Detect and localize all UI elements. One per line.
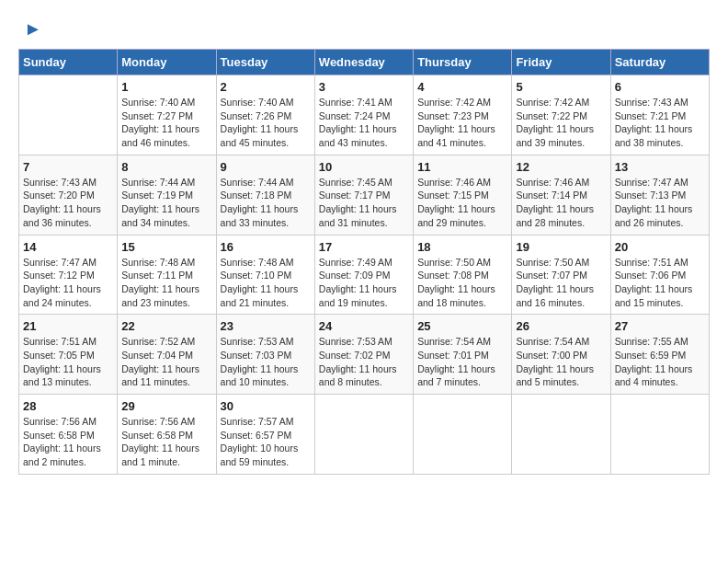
daylight: Daylight: 11 hours and 2 minutes. (23, 442, 101, 467)
day-number: 16 (221, 240, 311, 254)
daylight: Daylight: 11 hours and 24 minutes. (23, 283, 101, 308)
day-cell (314, 395, 413, 475)
day-cell (414, 395, 512, 475)
day-cell: 18 Sunrise: 7:50 AM Sunset: 7:08 PM Dayl… (414, 235, 512, 315)
day-cell: 1 Sunrise: 7:40 AM Sunset: 7:27 PM Dayli… (118, 75, 216, 155)
day-info: Sunrise: 7:40 AM Sunset: 7:27 PM Dayligh… (121, 96, 211, 150)
sunrise: Sunrise: 7:53 AM (319, 336, 392, 347)
daylight: Daylight: 11 hours and 36 minutes. (23, 203, 101, 228)
day-info: Sunrise: 7:48 AM Sunset: 7:11 PM Dayligh… (121, 256, 211, 310)
day-number: 23 (221, 319, 311, 333)
daylight: Daylight: 11 hours and 39 minutes. (516, 123, 594, 148)
sunrise: Sunrise: 7:46 AM (516, 177, 589, 188)
daylight: Daylight: 10 hours and 59 minutes. (221, 442, 299, 467)
sunrise: Sunrise: 7:42 AM (516, 97, 589, 108)
day-number: 17 (319, 240, 409, 254)
daylight: Daylight: 11 hours and 19 minutes. (319, 283, 397, 308)
sunset: Sunset: 7:11 PM (121, 270, 193, 281)
day-cell: 7 Sunrise: 7:43 AM Sunset: 7:20 PM Dayli… (19, 155, 118, 235)
day-cell: 12 Sunrise: 7:46 AM Sunset: 7:14 PM Dayl… (512, 155, 610, 235)
daylight: Daylight: 11 hours and 45 minutes. (221, 123, 299, 148)
day-number: 10 (319, 160, 409, 174)
day-number: 14 (23, 240, 113, 254)
day-number: 21 (23, 319, 113, 333)
day-cell: 25 Sunrise: 7:54 AM Sunset: 7:01 PM Dayl… (414, 315, 512, 395)
daylight: Daylight: 11 hours and 16 minutes. (516, 283, 594, 308)
day-cell: 27 Sunrise: 7:55 AM Sunset: 6:59 PM Dayl… (610, 315, 709, 395)
day-cell: 23 Sunrise: 7:53 AM Sunset: 7:03 PM Dayl… (216, 315, 314, 395)
sunset: Sunset: 6:58 PM (23, 430, 95, 441)
sunrise: Sunrise: 7:50 AM (516, 257, 589, 268)
day-info: Sunrise: 7:42 AM Sunset: 7:23 PM Dayligh… (417, 96, 507, 150)
day-number: 5 (516, 80, 606, 94)
sunrise: Sunrise: 7:53 AM (221, 336, 294, 347)
day-info: Sunrise: 7:47 AM Sunset: 7:13 PM Dayligh… (615, 176, 705, 230)
sunrise: Sunrise: 7:51 AM (615, 257, 688, 268)
day-number: 15 (121, 240, 211, 254)
daylight: Daylight: 11 hours and 31 minutes. (319, 203, 397, 228)
daylight: Daylight: 11 hours and 28 minutes. (516, 203, 594, 228)
sunset: Sunset: 7:21 PM (615, 110, 687, 121)
sunrise: Sunrise: 7:48 AM (121, 257, 195, 268)
week-row-4: 21 Sunrise: 7:51 AM Sunset: 7:05 PM Dayl… (19, 315, 710, 395)
day-cell: 15 Sunrise: 7:48 AM Sunset: 7:11 PM Dayl… (118, 235, 216, 315)
day-number: 26 (516, 319, 606, 333)
day-info: Sunrise: 7:53 AM Sunset: 7:03 PM Dayligh… (221, 335, 311, 389)
sunrise: Sunrise: 7:44 AM (221, 177, 294, 188)
day-cell: 17 Sunrise: 7:49 AM Sunset: 7:09 PM Dayl… (314, 235, 413, 315)
day-info: Sunrise: 7:54 AM Sunset: 7:00 PM Dayligh… (516, 335, 606, 389)
sunrise: Sunrise: 7:49 AM (319, 257, 392, 268)
week-row-1: 1 Sunrise: 7:40 AM Sunset: 7:27 PM Dayli… (19, 75, 710, 155)
day-number: 9 (221, 160, 311, 174)
day-number: 25 (417, 319, 507, 333)
daylight: Daylight: 11 hours and 1 minute. (121, 442, 199, 467)
day-cell: 14 Sunrise: 7:47 AM Sunset: 7:12 PM Dayl… (19, 235, 118, 315)
day-info: Sunrise: 7:40 AM Sunset: 7:26 PM Dayligh… (221, 96, 311, 150)
day-cell: 13 Sunrise: 7:47 AM Sunset: 7:13 PM Dayl… (610, 155, 709, 235)
day-cell: 22 Sunrise: 7:52 AM Sunset: 7:04 PM Dayl… (118, 315, 216, 395)
sunrise: Sunrise: 7:54 AM (516, 336, 589, 347)
day-number: 7 (23, 160, 113, 174)
sunrise: Sunrise: 7:50 AM (417, 257, 491, 268)
sunrise: Sunrise: 7:47 AM (615, 177, 688, 188)
day-number: 4 (417, 80, 507, 94)
sunrise: Sunrise: 7:40 AM (221, 97, 294, 108)
sunset: Sunset: 7:07 PM (516, 270, 587, 281)
sunrise: Sunrise: 7:43 AM (615, 97, 688, 108)
day-info: Sunrise: 7:51 AM Sunset: 7:05 PM Dayligh… (23, 335, 113, 389)
sunset: Sunset: 7:13 PM (615, 190, 687, 201)
sunset: Sunset: 7:06 PM (615, 270, 687, 281)
sunrise: Sunrise: 7:44 AM (121, 177, 195, 188)
daylight: Daylight: 11 hours and 34 minutes. (121, 203, 199, 228)
day-info: Sunrise: 7:53 AM Sunset: 7:02 PM Dayligh… (319, 335, 409, 389)
day-cell: 11 Sunrise: 7:46 AM Sunset: 7:15 PM Dayl… (414, 155, 512, 235)
day-cell: 10 Sunrise: 7:45 AM Sunset: 7:17 PM Dayl… (314, 155, 413, 235)
week-row-3: 14 Sunrise: 7:47 AM Sunset: 7:12 PM Dayl… (19, 235, 710, 315)
sunset: Sunset: 7:17 PM (319, 190, 391, 201)
day-header-sunday: Sunday (19, 50, 118, 75)
sunrise: Sunrise: 7:57 AM (221, 416, 294, 427)
day-number: 1 (121, 80, 211, 94)
day-cell: 16 Sunrise: 7:48 AM Sunset: 7:10 PM Dayl… (216, 235, 314, 315)
daylight: Daylight: 11 hours and 4 minutes. (615, 363, 693, 388)
day-info: Sunrise: 7:45 AM Sunset: 7:17 PM Dayligh… (319, 176, 409, 230)
sunset: Sunset: 7:03 PM (221, 350, 292, 361)
daylight: Daylight: 11 hours and 23 minutes. (121, 283, 199, 308)
daylight: Daylight: 11 hours and 43 minutes. (319, 123, 397, 148)
day-cell: 6 Sunrise: 7:43 AM Sunset: 7:21 PM Dayli… (610, 75, 709, 155)
day-cell (610, 395, 709, 475)
day-number: 19 (516, 240, 606, 254)
day-cell (19, 75, 118, 155)
sunrise: Sunrise: 7:40 AM (121, 97, 195, 108)
daylight: Daylight: 11 hours and 38 minutes. (615, 123, 693, 148)
day-number: 24 (319, 319, 409, 333)
sunset: Sunset: 7:05 PM (23, 350, 95, 361)
day-info: Sunrise: 7:50 AM Sunset: 7:08 PM Dayligh… (417, 256, 507, 310)
day-info: Sunrise: 7:49 AM Sunset: 7:09 PM Dayligh… (319, 256, 409, 310)
day-info: Sunrise: 7:46 AM Sunset: 7:15 PM Dayligh… (417, 176, 507, 230)
daylight: Daylight: 11 hours and 26 minutes. (615, 203, 693, 228)
sunset: Sunset: 7:23 PM (417, 110, 489, 121)
sunset: Sunset: 7:18 PM (221, 190, 292, 201)
sunrise: Sunrise: 7:45 AM (319, 177, 392, 188)
day-info: Sunrise: 7:44 AM Sunset: 7:19 PM Dayligh… (121, 176, 211, 230)
